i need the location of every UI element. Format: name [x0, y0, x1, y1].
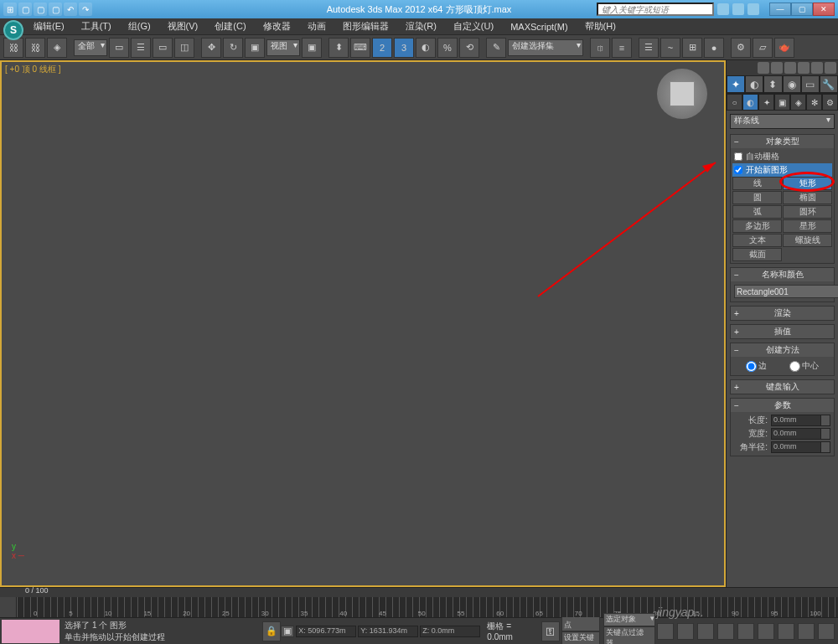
- rollout-hdr-interp[interactable]: 插值: [731, 325, 834, 338]
- menu-edit[interactable]: 编辑(E): [25, 20, 73, 33]
- move-icon[interactable]: ✥: [201, 38, 221, 58]
- spinner-snap-icon[interactable]: ⟲: [459, 38, 479, 58]
- tab-motion[interactable]: ◉: [783, 75, 801, 93]
- help2-icon[interactable]: [825, 62, 836, 74]
- menu-group[interactable]: 组(G): [120, 20, 159, 33]
- open-icon[interactable]: ▢: [34, 3, 47, 16]
- shape-text[interactable]: 文本: [732, 234, 782, 247]
- angle-snap-icon[interactable]: ◐: [416, 38, 436, 58]
- play-end-icon[interactable]: [737, 623, 754, 640]
- coord-y[interactable]: Y: 1631.934m: [358, 626, 418, 637]
- spinner-corner[interactable]: 0.0mm: [771, 441, 830, 453]
- rollout-hdr-render[interactable]: 渲染: [731, 307, 834, 320]
- key-filter-button[interactable]: 关键点过滤器...: [603, 626, 655, 645]
- nav-orbit-icon[interactable]: [798, 623, 815, 640]
- select-region-icon[interactable]: ▭: [153, 38, 173, 58]
- bind-icon[interactable]: ◈: [47, 38, 67, 58]
- shape-donut[interactable]: 圆环: [783, 205, 832, 219]
- tab-modify[interactable]: ◐: [745, 75, 763, 93]
- percent-snap-icon[interactable]: %: [437, 38, 458, 58]
- sub-geometry[interactable]: ○: [727, 94, 742, 111]
- minimize-button[interactable]: —: [769, 3, 791, 16]
- shape-line[interactable]: 线: [732, 177, 782, 190]
- snap-3d-icon[interactable]: 3: [394, 38, 414, 58]
- help-icon[interactable]: [747, 3, 759, 15]
- search-input[interactable]: [597, 3, 714, 16]
- play-start-icon[interactable]: [657, 623, 674, 640]
- rollout-hdr-params[interactable]: 参数: [731, 399, 834, 412]
- mirror-icon[interactable]: ⎅: [590, 38, 610, 58]
- save-icon[interactable]: ▢: [49, 3, 62, 16]
- ref-coord-dropdown[interactable]: 视图: [266, 39, 300, 56]
- unlink-icon[interactable]: ⛓: [25, 38, 45, 58]
- link-icon[interactable]: ⛓: [3, 38, 23, 58]
- sub-shapes[interactable]: ◐: [742, 94, 758, 111]
- spinner-length[interactable]: 0.0mm: [771, 415, 830, 426]
- more-icon[interactable]: [811, 62, 823, 74]
- menu-custom[interactable]: 自定义(U): [445, 20, 502, 33]
- shape-section[interactable]: 截面: [732, 248, 782, 261]
- menu-view[interactable]: 视图(V): [159, 20, 207, 33]
- category-dropdown[interactable]: 样条线: [730, 114, 835, 129]
- shape-arc[interactable]: 弧: [732, 205, 782, 219]
- align-icon[interactable]: ≡: [612, 38, 632, 58]
- pin-icon[interactable]: [771, 62, 783, 74]
- curve-editor-icon[interactable]: ~: [660, 38, 680, 58]
- spinner-width[interactable]: 0.0mm: [771, 428, 830, 440]
- rotate-icon[interactable]: ↻: [223, 38, 243, 58]
- scale-icon[interactable]: ▣: [245, 38, 265, 58]
- rollout-hdr-kbd[interactable]: 键盘输入: [731, 380, 834, 394]
- tab-create[interactable]: ✦: [727, 75, 745, 93]
- track-toggle-icon[interactable]: [0, 597, 17, 617]
- script-mini-listener[interactable]: [2, 620, 59, 643]
- menu-render[interactable]: 渲染(R): [397, 20, 445, 33]
- viewcube[interactable]: [657, 69, 707, 119]
- play-next-icon[interactable]: [717, 623, 734, 640]
- select-filter-dropdown[interactable]: 全部: [74, 39, 107, 56]
- undo-icon[interactable]: ↶: [64, 3, 77, 16]
- viewport-label[interactable]: [ +0 顶 0 线框 ]: [5, 64, 60, 75]
- lock-sel-icon[interactable]: 🔒: [262, 621, 281, 641]
- maximize-button[interactable]: ▢: [791, 3, 813, 16]
- object-name-input[interactable]: [734, 285, 838, 298]
- kbd-icon[interactable]: ⌨: [350, 38, 370, 58]
- sub-space[interactable]: ✻: [806, 94, 822, 111]
- sub-systems[interactable]: ⚙: [822, 94, 838, 111]
- render-frame-icon[interactable]: ▱: [753, 38, 773, 58]
- app-menu-icon[interactable]: ⊞: [3, 3, 17, 16]
- rollout-hdr-obj[interactable]: 对象类型: [731, 135, 834, 148]
- coord-z[interactable]: Z: 0.0mm: [420, 626, 480, 637]
- pivot-icon[interactable]: ▣: [302, 38, 322, 58]
- window-crossing-icon[interactable]: ◫: [174, 38, 194, 58]
- radio-edge[interactable]: 边: [746, 360, 767, 372]
- tab-hierarchy[interactable]: ⬍: [763, 75, 782, 93]
- nav-zoom-icon[interactable]: [778, 623, 794, 640]
- menu-anim[interactable]: 动画: [299, 20, 334, 33]
- nav-pan-icon[interactable]: [758, 623, 774, 640]
- set-key-button[interactable]: 设置关键点: [561, 631, 601, 645]
- snap-2d-icon[interactable]: 2: [372, 38, 392, 58]
- redo-icon[interactable]: ↷: [79, 3, 92, 16]
- lock-icon[interactable]: [758, 62, 769, 74]
- menu-help[interactable]: 帮助(H): [577, 20, 624, 33]
- menu-create[interactable]: 创建(C): [206, 20, 254, 33]
- sub-lights[interactable]: ✦: [758, 94, 774, 111]
- menu-modifier[interactable]: 修改器: [255, 20, 299, 33]
- key-mode-dropdown[interactable]: 选定对象: [603, 613, 655, 626]
- tab-display[interactable]: ▭: [801, 75, 820, 93]
- shape-circle[interactable]: 圆: [732, 191, 782, 204]
- sub-cameras[interactable]: ▣: [774, 94, 790, 111]
- select-icon[interactable]: ▭: [109, 38, 129, 58]
- favorites-icon[interactable]: [732, 3, 744, 15]
- nav-max-icon[interactable]: [818, 623, 835, 640]
- named-sel-dropdown[interactable]: 创建选择集: [508, 39, 583, 56]
- time-slider[interactable]: 0 / 100: [0, 587, 838, 597]
- tab-utilities[interactable]: 🔧: [820, 75, 838, 93]
- coord-x[interactable]: X: 5096.773m: [296, 626, 356, 637]
- menu-grapheditor[interactable]: 图形编辑器: [334, 20, 397, 33]
- light-icon[interactable]: [784, 62, 796, 74]
- play-icon[interactable]: [697, 623, 714, 640]
- material-icon[interactable]: ●: [704, 38, 724, 58]
- select-name-icon[interactable]: ☰: [131, 38, 151, 58]
- new-icon[interactable]: ▢: [18, 3, 32, 16]
